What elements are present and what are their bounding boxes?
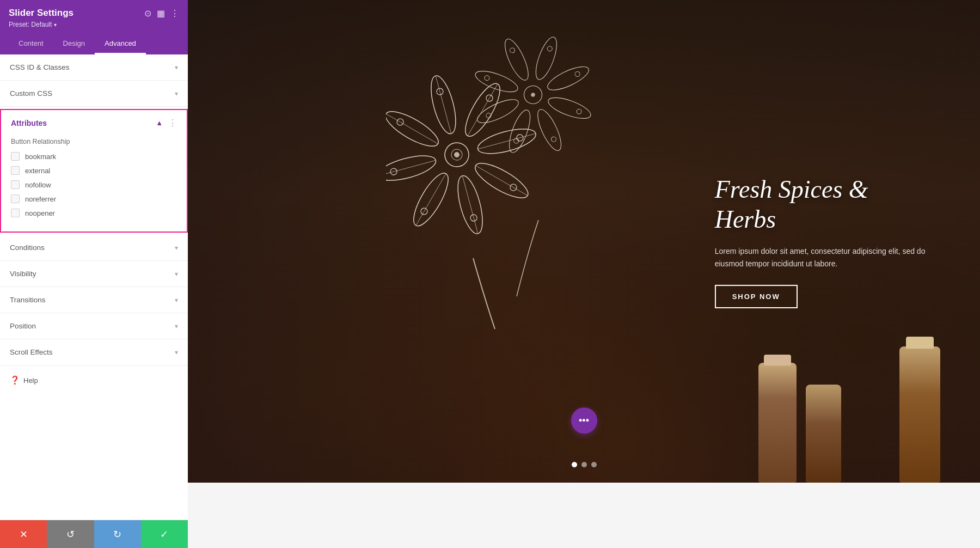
redo-button[interactable]: ↻	[94, 520, 141, 548]
attributes-more-icon[interactable]: ⋮	[168, 118, 177, 128]
attributes-header-right: ▲ ⋮	[156, 118, 177, 128]
columns-icon[interactable]: ▦	[157, 8, 165, 19]
svg-point-18	[454, 151, 460, 158]
fab-dots-icon: •••	[579, 415, 589, 427]
svg-point-30	[533, 107, 565, 154]
save-button[interactable]: ✓	[141, 520, 188, 548]
button-relationship-label: Button Relationship	[11, 138, 177, 145]
sidebar-footer: ✕ ↺ ↻ ✓	[0, 520, 188, 548]
custom-css-header[interactable]: Custom CSS ▾	[0, 81, 188, 106]
slider-body: Lorem ipsum dolor sit amet, consectetur …	[715, 245, 933, 270]
save-icon: ✓	[160, 528, 168, 540]
checkbox-nofollow-label: nofollow	[25, 181, 51, 189]
svg-line-8	[436, 76, 451, 133]
scroll-effects-chevron-icon: ▾	[175, 349, 178, 356]
settings-icon[interactable]: ⊙	[144, 8, 151, 19]
checkbox-bookmark[interactable]: bookmark	[11, 152, 177, 161]
svg-point-38	[574, 71, 580, 77]
checkbox-noopener-input[interactable]	[11, 209, 20, 217]
cancel-icon: ✕	[20, 528, 28, 540]
conditions-header[interactable]: Conditions ▾	[0, 235, 188, 260]
svg-point-28	[544, 63, 591, 95]
slider-heading: Fresh Spices & Herbs	[715, 174, 933, 234]
conditions-chevron-icon: ▾	[175, 244, 178, 252]
checkbox-noopener-label: noopener	[25, 209, 55, 217]
preset-chevron-icon: ▾	[54, 22, 57, 28]
transitions-section: Transitions ▾	[0, 287, 188, 313]
help-label: Help	[23, 376, 38, 385]
attributes-section: Attributes ▲ ⋮ Button Relationship bookm…	[0, 109, 188, 233]
checkbox-noreferrer-input[interactable]	[11, 194, 20, 203]
cancel-button[interactable]: ✕	[0, 520, 47, 548]
svg-line-13	[416, 174, 446, 226]
fab-button[interactable]: •••	[571, 407, 597, 434]
visibility-label: Visibility	[10, 270, 36, 278]
css-id-classes-section: CSS ID & Classes ▾	[0, 54, 188, 81]
checkbox-nofollow-input[interactable]	[11, 180, 20, 189]
preset-label: Preset: Default	[9, 21, 52, 28]
svg-point-44	[509, 47, 516, 54]
svg-point-7	[386, 106, 443, 153]
sidebar: Slider Settings ⊙ ▦ ⋮ Preset: Default ▾ …	[0, 0, 188, 548]
sidebar-header: Slider Settings ⊙ ▦ ⋮ Preset: Default ▾ …	[0, 0, 188, 54]
svg-point-33	[473, 67, 520, 96]
undo-button[interactable]: ↺	[47, 520, 94, 548]
svg-point-29	[546, 94, 593, 123]
position-label: Position	[10, 322, 36, 330]
header-icons: ⊙ ▦ ⋮	[144, 8, 179, 19]
conditions-label: Conditions	[10, 243, 45, 252]
scroll-effects-section: Scroll Effects ▾	[0, 339, 188, 366]
tab-content[interactable]: Content	[9, 34, 53, 54]
slider-dot-1[interactable]	[572, 462, 577, 467]
preset-row[interactable]: Preset: Default ▾	[9, 21, 179, 28]
visibility-header[interactable]: Visibility ▾	[0, 261, 188, 287]
attributes-chevron-icon[interactable]: ▲	[156, 119, 163, 127]
svg-point-39	[576, 108, 583, 115]
svg-line-12	[462, 176, 477, 234]
attributes-title: Attributes	[11, 119, 47, 127]
tab-design[interactable]: Design	[53, 34, 95, 54]
attributes-header: Attributes ▲ ⋮	[1, 110, 187, 136]
position-chevron-icon: ▾	[175, 322, 178, 330]
checkbox-bookmark-input[interactable]	[11, 152, 20, 161]
undo-icon: ↺	[66, 528, 75, 540]
svg-line-11	[475, 166, 527, 196]
svg-point-34	[500, 36, 532, 83]
star-anise-illustration	[386, 24, 620, 334]
help-row[interactable]: ❓ Help	[0, 366, 188, 395]
checkbox-nofollow[interactable]: nofollow	[11, 180, 177, 189]
tab-advanced[interactable]: Advanced	[95, 34, 146, 54]
checkbox-noopener[interactable]: noopener	[11, 209, 177, 217]
custom-css-label: Custom CSS	[10, 89, 52, 98]
custom-css-chevron-icon: ▾	[175, 90, 178, 98]
slider-dot-2[interactable]	[581, 462, 587, 467]
jar-2	[806, 385, 841, 483]
visibility-section: Visibility ▾	[0, 261, 188, 287]
sidebar-content: CSS ID & Classes ▾ Custom CSS ▾ Attribut…	[0, 54, 188, 520]
transitions-label: Transitions	[10, 296, 46, 304]
custom-css-section: Custom CSS ▾	[0, 81, 188, 107]
position-header[interactable]: Position ▾	[0, 313, 188, 339]
svg-point-42	[485, 112, 492, 119]
svg-line-10	[477, 133, 535, 149]
checkbox-noreferrer[interactable]: noreferrer	[11, 194, 177, 203]
transitions-header[interactable]: Transitions ▾	[0, 287, 188, 313]
checkbox-external-label: external	[25, 167, 50, 175]
slider-dot-3[interactable]	[591, 462, 597, 467]
help-icon: ❓	[10, 375, 20, 385]
redo-icon: ↻	[113, 528, 121, 540]
checkbox-external[interactable]: external	[11, 166, 177, 175]
jar-1	[758, 363, 797, 483]
svg-line-9	[468, 84, 498, 136]
scroll-effects-label: Scroll Effects	[10, 348, 53, 356]
css-id-classes-header[interactable]: CSS ID & Classes ▾	[0, 54, 188, 80]
svg-point-36	[530, 92, 536, 98]
checkbox-external-input[interactable]	[11, 166, 20, 175]
visibility-chevron-icon: ▾	[175, 270, 178, 278]
conditions-section: Conditions ▾	[0, 235, 188, 261]
more-icon[interactable]: ⋮	[170, 8, 179, 19]
position-section: Position ▾	[0, 313, 188, 339]
shop-now-button[interactable]: SHOP NOW	[715, 285, 798, 308]
scroll-effects-header[interactable]: Scroll Effects ▾	[0, 339, 188, 365]
main-content: Fresh Spices & Herbs Lorem ipsum dolor s…	[188, 0, 980, 548]
